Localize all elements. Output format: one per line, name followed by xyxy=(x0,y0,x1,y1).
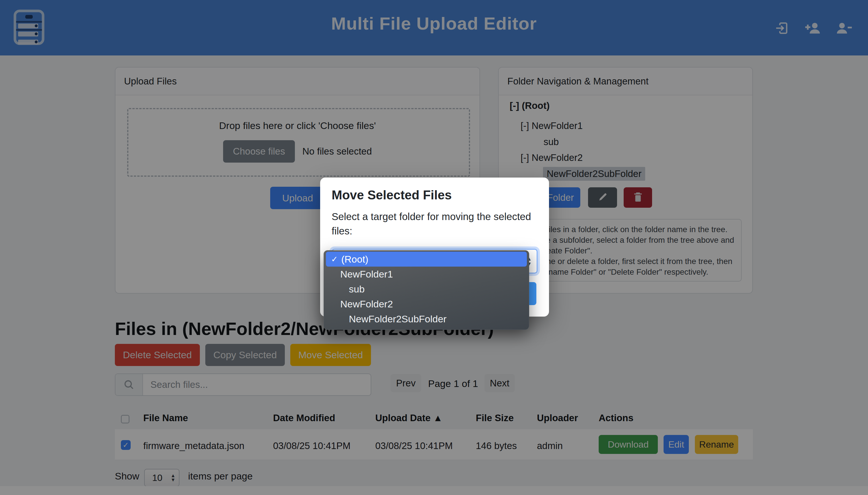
modal-title: Move Selected Files xyxy=(332,188,451,202)
checkmark-icon: ✓ xyxy=(331,255,338,264)
modal-body-text: Select a target folder for moving the se… xyxy=(332,211,531,222)
folder-select-dropdown: ✓ (Root) NewFolder1 sub NewFolder2 NewFo… xyxy=(324,250,529,330)
page: Multi File Upload Editor Upload Files xyxy=(0,0,868,495)
dropdown-option-newfolder2[interactable]: NewFolder2 xyxy=(326,296,527,311)
dropdown-option-newfolder1[interactable]: NewFolder1 xyxy=(326,267,527,281)
dropdown-option-root-selected[interactable]: ✓ (Root) xyxy=(326,252,527,267)
dropdown-option-sub[interactable]: sub xyxy=(326,281,527,296)
dropdown-option-newfolder2subfolder[interactable]: NewFolder2SubFolder xyxy=(326,311,527,326)
modal-body-text: files: xyxy=(332,225,352,237)
